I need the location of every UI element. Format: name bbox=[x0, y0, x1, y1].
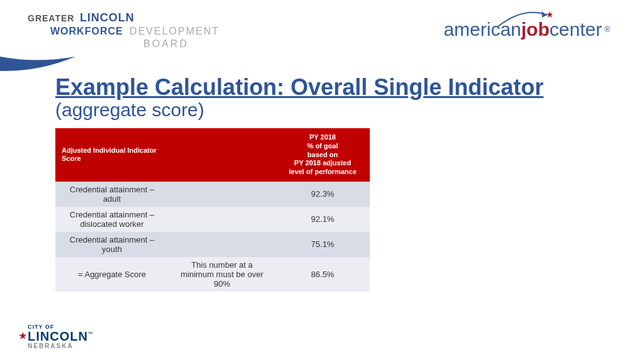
row-note bbox=[169, 207, 275, 232]
registered-mark-icon: ® bbox=[604, 25, 610, 34]
row-label: Credential attainment – adult bbox=[55, 182, 169, 207]
table-row: = Aggregate Score This number at a minim… bbox=[55, 257, 370, 292]
col-header-percent: PY 2018 % of goal based on PY 2018 adjus… bbox=[275, 128, 370, 182]
logo-workforce-text: WORKFORCE bbox=[50, 26, 123, 36]
nebraska-text: NEBRASKA bbox=[28, 343, 94, 349]
row-label: = Aggregate Score bbox=[55, 257, 169, 292]
row-note: This number at a minimum must be over 90… bbox=[169, 257, 275, 292]
logo-development-text: DEVELOPMENT bbox=[130, 26, 219, 36]
row-label: Credential attainment – youth bbox=[55, 232, 169, 257]
page-subtitle: (aggregate score) bbox=[55, 99, 543, 121]
svg-text:★: ★ bbox=[546, 10, 552, 19]
table-row: Credential attainment – youth 75.1% bbox=[55, 232, 370, 257]
col-header-blank bbox=[169, 128, 275, 182]
row-value: 92.3% bbox=[275, 182, 370, 207]
col-header-indicator: Adjusted Individual Indicator Score bbox=[55, 128, 169, 182]
row-label: Credential attainment – dislocated worke… bbox=[55, 207, 169, 232]
page-title: Example Calculation: Overall Single Indi… bbox=[55, 74, 543, 101]
row-value: 75.1% bbox=[275, 232, 370, 257]
trademark-icon: ™ bbox=[88, 331, 94, 337]
logo-lincoln-text: LINCOLN bbox=[80, 11, 135, 24]
row-value: 86.5% bbox=[275, 257, 370, 292]
star-arc-icon: ★ bbox=[496, 10, 552, 29]
table-row: Credential attainment – dislocated worke… bbox=[55, 207, 370, 232]
logo-board-text: BOARD bbox=[103, 38, 229, 50]
lincoln-text: ★ LINCOLN™ bbox=[28, 330, 94, 343]
slide-title-block: Example Calculation: Overall Single Indi… bbox=[55, 74, 543, 121]
american-job-center-logo: ★ americanjobcenter® bbox=[443, 19, 610, 40]
table-row: Credential attainment – adult 92.3% bbox=[55, 182, 370, 207]
row-value: 92.1% bbox=[275, 207, 370, 232]
city-of-lincoln-logo: CITY OF ★ LINCOLN™ NEBRASKA bbox=[28, 324, 94, 349]
indicator-score-table: Adjusted Individual Indicator Score PY 2… bbox=[55, 128, 370, 292]
row-note bbox=[169, 232, 275, 257]
star-icon: ★ bbox=[19, 331, 28, 340]
logo-center-text: center bbox=[550, 19, 602, 40]
lincoln-word: LINCOLN bbox=[28, 329, 88, 343]
logo-greater-text: GREATER bbox=[28, 13, 74, 23]
row-note bbox=[169, 182, 275, 207]
table-header-row: Adjusted Individual Indicator Score PY 2… bbox=[55, 128, 370, 182]
